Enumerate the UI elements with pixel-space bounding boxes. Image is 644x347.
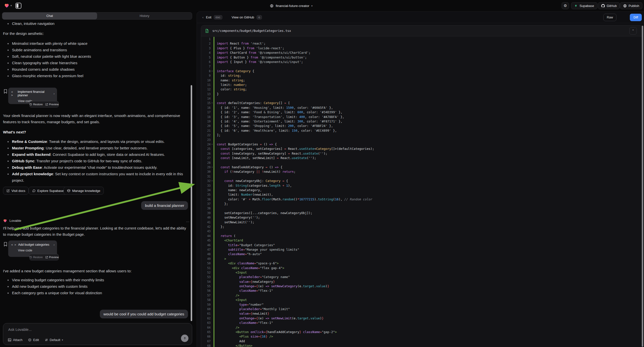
code-line: 56 className="flex-1" (201, 288, 642, 293)
lovable-logo-icon[interactable] (4, 3, 10, 8)
manage-knowledge-button[interactable]: Manage knowledge (64, 187, 104, 195)
view-code-link[interactable]: View code (18, 249, 54, 252)
fold-chevron-icon (210, 293, 214, 298)
fold-chevron-icon (210, 197, 214, 202)
line-number: 65 (201, 330, 210, 334)
file-header[interactable]: src/components/budget/BudgetCategories.t… (201, 26, 642, 36)
publish-button[interactable]: Publish (620, 2, 642, 9)
code-line: 67 Add (201, 339, 642, 344)
raw-toggle-button[interactable]: Raw (604, 14, 616, 21)
code-line: 54 value={newCategory} (201, 280, 642, 284)
fold-chevron-icon (210, 119, 214, 124)
fold-chevron-icon[interactable]: ▾ (210, 179, 214, 183)
gear-icon: ⚙ (564, 4, 567, 8)
project-switcher[interactable]: financial-future-creator ▾ (254, 0, 328, 12)
fold-chevron-icon (210, 266, 214, 270)
fold-chevron-icon (210, 248, 214, 252)
sliders-icon (44, 338, 48, 342)
code-line: 30 if (!newCategory || !newLimit) return… (201, 170, 642, 174)
assistant-header: Lovable … (3, 218, 190, 223)
line-number: 35 (201, 192, 210, 197)
line-number: 29 (201, 165, 210, 170)
code-line: 3import { Plus } from 'lucide-react'; (201, 46, 642, 50)
restore-button[interactable]: Restore (29, 103, 43, 106)
preview-button[interactable]: Preview (45, 256, 59, 259)
composer-input[interactable]: Ask Lovable... (8, 327, 32, 332)
fold-chevron-icon (210, 110, 214, 114)
code-line: 19 { id: '4', name: 'Entertainment', lim… (201, 119, 642, 124)
ellipsis-icon[interactable]: … (186, 219, 190, 223)
list-item: Each category gets a unique color for vi… (3, 290, 190, 296)
fold-chevron-icon (210, 64, 214, 69)
fold-chevron-icon[interactable]: ▾ (210, 101, 214, 105)
user-message-bubble: build a financial planner (141, 201, 188, 210)
fold-chevron-icon (210, 215, 214, 220)
line-number: 13 (201, 92, 210, 96)
list-item: View existing budget categories with the… (3, 277, 190, 283)
diff-toggle-button[interactable]: Diff (630, 14, 642, 21)
line-number: 49 (201, 257, 210, 261)
external-link-icon (45, 103, 48, 106)
external-link-icon (6, 189, 10, 192)
lovable-heart-icon (3, 218, 7, 223)
preview-button[interactable]: Preview (45, 103, 59, 106)
sidebar-toggle-icon[interactable] (16, 3, 22, 9)
fold-chevron-icon (210, 138, 214, 142)
collapse-file-button[interactable]: ⌃ (629, 27, 637, 34)
code-lines: 12import React from 'react';3import { Pl… (201, 36, 642, 347)
attach-button[interactable]: Attach (8, 338, 22, 342)
line-number: 53 (201, 275, 210, 279)
code-line: 37 }; (201, 202, 642, 206)
code-line: 2import React from 'react'; (201, 41, 642, 46)
tab-chat[interactable]: Chat (2, 12, 97, 20)
line-number: 3 (201, 46, 210, 50)
code-line: 43 (201, 229, 642, 234)
supabase-button[interactable]: Supabase (571, 2, 598, 9)
bookmark-icon[interactable] (4, 242, 8, 246)
file-path: src/components/budget/BudgetCategories.t… (212, 29, 291, 32)
chat-scrollbar[interactable] (191, 85, 192, 321)
model-selector[interactable]: Default ▾ (44, 338, 63, 342)
fold-chevron-icon[interactable]: ▾ (210, 69, 214, 74)
restore-icon (29, 103, 32, 106)
explore-supabase-button[interactable]: Explore Supabase (29, 187, 67, 195)
code-line: 9 id: string; (201, 74, 642, 78)
code-line: 15▾const defaultCategories: Category[] =… (201, 101, 642, 105)
edit-mode-button[interactable]: Edit (28, 338, 39, 342)
chat-history-tabs: Chat History (2, 12, 192, 20)
github-button[interactable]: GitHub (598, 2, 620, 9)
line-number: 63 (201, 320, 210, 325)
line-number: 37 (201, 202, 210, 206)
code-line: 41 setNewLimit(''); (201, 220, 642, 224)
settings-button[interactable]: ⚙ (562, 2, 569, 9)
fold-chevron-icon (210, 339, 214, 344)
exit-button[interactable]: Exit (206, 16, 211, 19)
send-button[interactable] (181, 334, 188, 342)
bookmark-icon[interactable] (4, 89, 8, 94)
fold-chevron-icon (210, 188, 214, 192)
code-line: 32▾ const newCategoryObj: Category = { (201, 179, 642, 183)
fold-chevron-icon (210, 307, 214, 312)
view-on-github-button[interactable]: View on GitHub (232, 16, 254, 19)
chevron-down-icon[interactable]: ▾ (10, 4, 12, 7)
fold-chevron-icon[interactable]: ▾ (210, 142, 214, 146)
fold-chevron-icon (210, 224, 214, 229)
visit-docs-button[interactable]: Visit docs (3, 187, 29, 195)
fold-chevron-icon (210, 334, 214, 339)
code-line: 24▾const BudgetCategories = () => { (201, 142, 642, 146)
line-number: 68 (201, 344, 210, 347)
line-number: 34 (201, 188, 210, 192)
project-title: financial-future-creator (276, 4, 309, 8)
fold-chevron-icon (210, 202, 214, 206)
code-line: 40 setNewCategory(''); (201, 215, 642, 220)
code-scrollbar[interactable] (642, 26, 643, 347)
line-number: 66 (201, 334, 210, 339)
tab-history[interactable]: History (97, 12, 192, 20)
fold-chevron-icon[interactable]: ▾ (210, 165, 214, 170)
code-line: 21 { id: '6', name: 'Healthcare', limit:… (201, 128, 642, 133)
line-number: 1 (201, 37, 210, 41)
fold-chevron-icon (210, 78, 214, 83)
fold-chevron-icon (210, 312, 214, 316)
restore-button[interactable]: Restore (29, 256, 43, 259)
line-number: 30 (201, 170, 210, 174)
